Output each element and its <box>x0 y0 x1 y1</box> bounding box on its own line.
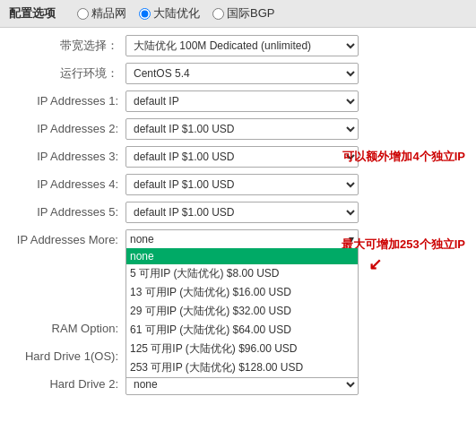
ipmore-option-125[interactable]: 125 可用IP (大陆优化) $96.00 USD <box>126 340 358 358</box>
ip4-select-wrapper: default IP $1.00 USD <box>125 174 359 195</box>
radio-bgp[interactable]: 国际BGP <box>212 5 274 22</box>
bandwidth-select-wrapper: 大陆优化 100M Dedicated (unlimited) <box>125 35 359 56</box>
ipmore-option-5[interactable]: 5 可用IP (大陆优化) $8.00 USD <box>126 264 358 283</box>
ip2-select[interactable]: default IP $1.00 USD <box>125 118 359 140</box>
ipmore-option-253[interactable]: 253 可用IP (大陆优化) $128.00 USD <box>126 358 358 377</box>
ip2-label: IP Addresses 2: <box>9 121 125 137</box>
config-title: 配置选项 <box>9 5 56 22</box>
ip1-select[interactable]: default IP <box>125 90 359 112</box>
ip4-row: IP Addresses 4: default IP $1.00 USD <box>9 174 467 195</box>
ram-label: RAM Option: <box>9 321 125 337</box>
ipmore-current-value: none <box>130 233 154 246</box>
radio-jingpin-label: 精品网 <box>91 5 126 22</box>
ip3-annotation: 可以额外增加4个独立IP <box>342 149 465 165</box>
ipmore-annotation-block: 最大可增加253个独立IP ↙ <box>342 237 465 274</box>
ipmore-option-13[interactable]: 13 可用IP (大陆优化) $16.00 USD <box>126 283 358 302</box>
ipmore-dropdown-container: none ▾ none 5 可用IP (大陆优化) $8.00 USD 13 可… <box>125 229 359 248</box>
hd1-label: Hard Drive 1(OS): <box>9 349 125 365</box>
radio-dalu[interactable]: 大陆优化 <box>139 5 200 22</box>
os-select-wrapper: CentOS 5.4 <box>125 63 359 84</box>
ipmore-option-61[interactable]: 61 可用IP (大陆优化) $64.00 USD <box>126 321 358 340</box>
radio-jingpin[interactable]: 精品网 <box>77 5 126 22</box>
ip3-row: IP Addresses 3: default IP $1.00 USD 可以额… <box>9 146 467 168</box>
ip5-label: IP Addresses 5: <box>9 204 125 220</box>
ipmore-label: IP Addresses More: <box>9 229 125 248</box>
ip1-label: IP Addresses 1: <box>9 93 125 109</box>
ipmore-option-none[interactable]: none <box>126 248 358 264</box>
bandwidth-label: 带宽选择： <box>9 38 125 54</box>
network-radio-group: 精品网 大陆优化 国际BGP <box>77 5 274 22</box>
os-label: 运行环境： <box>9 65 125 82</box>
ip1-row: IP Addresses 1: default IP <box>9 90 467 112</box>
config-form: 带宽选择： 大陆优化 100M Dedicated (unlimited) 运行… <box>0 28 476 409</box>
dropdown-arrow-icon: ▾ <box>349 233 354 246</box>
radio-bgp-label: 国际BGP <box>227 5 274 22</box>
ipmore-dropdown-input[interactable]: none ▾ <box>125 229 359 248</box>
ip3-label: IP Addresses 3: <box>9 149 125 165</box>
ip5-select[interactable]: default IP $1.00 USD <box>125 202 359 223</box>
radio-dalu-label: 大陆优化 <box>153 5 200 22</box>
ip4-select[interactable]: default IP $1.00 USD <box>125 174 359 195</box>
ip2-row: IP Addresses 2: default IP $1.00 USD <box>9 118 467 140</box>
ip2-select-wrapper: default IP $1.00 USD <box>125 118 359 140</box>
arrow-down-icon: ↙ <box>368 254 382 274</box>
ipmore-row: IP Addresses More: none ▾ none 5 可用IP (大… <box>9 229 467 248</box>
ip5-select-wrapper: default IP $1.00 USD <box>125 202 359 223</box>
ipmore-annotation-text: 最大可增加253个独立IP <box>342 237 465 253</box>
os-select[interactable]: CentOS 5.4 <box>125 63 359 84</box>
bandwidth-select[interactable]: 大陆优化 100M Dedicated (unlimited) <box>125 35 359 56</box>
hd2-label: Hard Drive 2: <box>9 376 125 392</box>
ip4-label: IP Addresses 4: <box>9 177 125 193</box>
bandwidth-row: 带宽选择： 大陆优化 100M Dedicated (unlimited) <box>9 35 467 56</box>
ip5-row: IP Addresses 5: default IP $1.00 USD <box>9 202 467 223</box>
os-row: 运行环境： CentOS 5.4 <box>9 63 467 84</box>
ipmore-dropdown-list[interactable]: none 5 可用IP (大陆优化) $8.00 USD 13 可用IP (大陆… <box>125 248 359 378</box>
ip3-select[interactable]: default IP $1.00 USD <box>125 146 359 168</box>
top-bar: 配置选项 精品网 大陆优化 国际BGP <box>0 0 476 28</box>
ip3-select-wrapper: default IP $1.00 USD <box>125 146 359 168</box>
ipmore-option-29[interactable]: 29 可用IP (大陆优化) $32.00 USD <box>126 302 358 321</box>
ip1-select-wrapper: default IP <box>125 90 359 112</box>
